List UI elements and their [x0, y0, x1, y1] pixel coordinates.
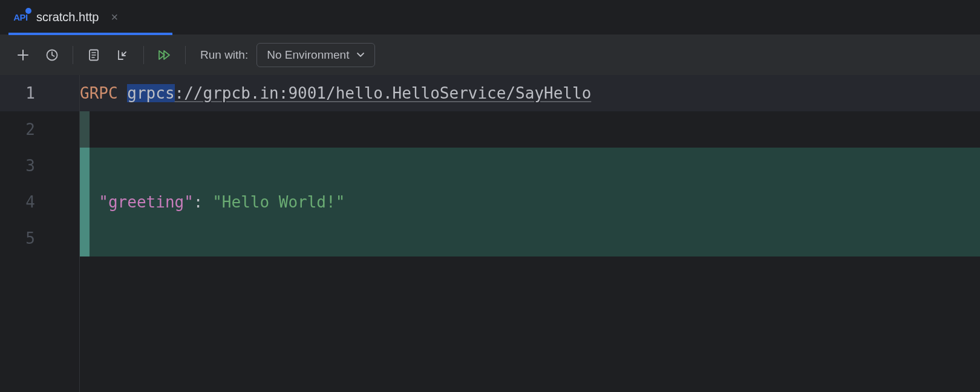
code-line[interactable]: { [80, 148, 980, 184]
import-button[interactable] [111, 43, 135, 67]
run-all-button[interactable] [152, 43, 177, 67]
toolbar: Run with: No Environment [0, 35, 980, 75]
code-line[interactable]: } [80, 220, 980, 256]
run-icon [157, 48, 172, 62]
line-number: 3 [0, 148, 53, 184]
json-value: "Hello World!" [212, 193, 345, 211]
add-request-button[interactable] [11, 43, 35, 67]
line-number: 2 [0, 111, 53, 148]
gutter: 1 2 3 4 5 [0, 75, 53, 392]
run-with-label: Run with: [200, 48, 248, 62]
code-line[interactable] [80, 111, 980, 148]
json-key: "greeting" [99, 193, 194, 211]
tab-scratch-http[interactable]: API scratch.http × [0, 0, 130, 34]
separator [185, 46, 186, 64]
request-url: ://grpcb.in:9001/hello.HelloService/SayH… [175, 84, 592, 102]
line-number: 1 [0, 75, 53, 111]
examples-button[interactable] [82, 43, 106, 67]
gutter-border [53, 75, 80, 392]
chevron-down-icon [356, 52, 365, 58]
import-icon [116, 48, 129, 62]
injected-language-marker [80, 148, 90, 256]
environment-value: No Environment [267, 48, 349, 62]
http-method: GRPC [80, 84, 118, 102]
close-icon[interactable]: × [111, 10, 118, 24]
history-button[interactable] [40, 43, 64, 67]
code-editor[interactable]: 1 2 3 4 5 GRPC grpcs://grpcb.in:9001/hel… [0, 75, 980, 392]
code-line[interactable]: GRPC grpcs://grpcb.in:9001/hello.HelloSe… [80, 75, 980, 111]
url-scheme-selected: grpcs [127, 84, 174, 102]
add-icon [16, 48, 30, 62]
api-icon: API [12, 9, 29, 26]
line-number: 4 [0, 184, 53, 220]
separator [143, 46, 144, 64]
examples-icon [88, 48, 100, 62]
history-icon [45, 48, 59, 62]
code-area[interactable]: GRPC grpcs://grpcb.in:9001/hello.HelloSe… [80, 75, 980, 392]
tab-bar: API scratch.http × [0, 0, 980, 35]
line-number: 5 [0, 220, 53, 256]
tab-title: scratch.http [36, 10, 99, 24]
environment-select[interactable]: No Environment [256, 43, 375, 67]
code-line[interactable]: "greeting": "Hello World!" [80, 184, 980, 220]
separator [73, 46, 73, 64]
